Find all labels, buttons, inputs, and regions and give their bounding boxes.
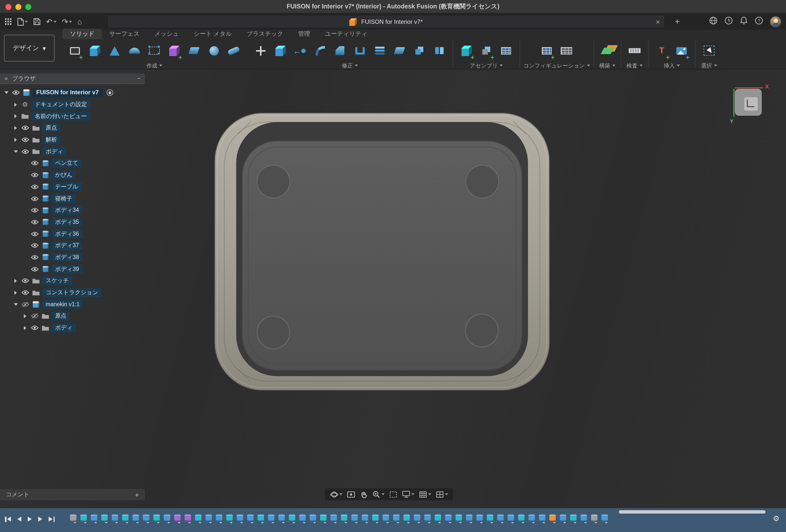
tree-item-label[interactable]: ボディ38 (52, 253, 83, 262)
timeline-feature[interactable] (351, 515, 358, 524)
save-button[interactable] (33, 18, 41, 25)
undo-button[interactable]: ↶ (46, 18, 56, 25)
visibility-eye-icon[interactable] (11, 90, 20, 95)
disclosure-arrow-icon[interactable] (22, 326, 28, 330)
tree-row-root[interactable]: ⚙ FUISON for Interior v7 (0, 87, 145, 98)
timeline-feature[interactable] (465, 515, 473, 524)
timeline-feature[interactable] (226, 515, 233, 524)
timeline-feature[interactable] (434, 515, 442, 524)
close-tab-button[interactable]: × (656, 17, 660, 27)
view-cube[interactable]: X Y (729, 83, 776, 128)
bom-list-button[interactable] (496, 39, 516, 62)
insert-group-label[interactable]: 挿入 (664, 62, 679, 69)
timeline-feature[interactable] (90, 515, 98, 524)
fit-view-button[interactable] (389, 490, 397, 498)
timeline-feature[interactable] (320, 515, 327, 524)
tree-item-label[interactable]: 解析 (42, 135, 61, 144)
timeline-feature[interactable] (393, 515, 400, 524)
tree-row-analysis[interactable]: ⚙ 解析 (0, 134, 145, 146)
tree-item-label[interactable]: ボディ35 (52, 217, 83, 227)
tab-manage[interactable]: 管理 (291, 29, 318, 39)
timeline-feature[interactable] (132, 515, 139, 524)
tree-row-table[interactable]: ⚙ テーブル (0, 181, 145, 192)
minimize-panel-icon[interactable]: − (137, 75, 140, 82)
tree-item-label[interactable]: ボディ36 (52, 229, 83, 238)
timeline-feature[interactable] (153, 515, 160, 524)
mirror-button[interactable] (429, 39, 449, 62)
revolve-button[interactable] (204, 39, 224, 62)
timeline-feature[interactable] (121, 515, 129, 524)
data-panel-grid-button[interactable] (5, 18, 11, 25)
tab-utilities[interactable]: ユーティリティ (318, 29, 375, 39)
timeline-feature[interactable] (80, 515, 87, 524)
tree-item-label[interactable]: FUISON for Interior v7 (33, 88, 102, 97)
tree-row-manekin-origin[interactable]: ⚙ 原点 (0, 310, 145, 322)
tree-row-body35[interactable]: ⚙ ボディ35 (0, 216, 145, 228)
fillet-button[interactable] (310, 39, 330, 62)
timeline-feature[interactable] (580, 515, 587, 524)
comment-bar[interactable]: コメント + (0, 488, 145, 500)
timeline-feature[interactable] (247, 515, 254, 524)
home-view-button[interactable]: ⌂ (77, 18, 82, 25)
new-component-button[interactable]: + (457, 39, 476, 62)
visibility-eye-icon[interactable] (30, 325, 39, 330)
tree-item-label[interactable]: 寝椅子 (52, 194, 76, 203)
timeline-feature[interactable] (340, 515, 348, 524)
select-button[interactable] (699, 39, 719, 62)
tree-row-document-settings[interactable]: ⚙ ドキュメントの設定 (0, 98, 145, 110)
grid-snaps-button[interactable] (419, 490, 431, 498)
timeline-step-back-button[interactable] (17, 517, 21, 522)
tab-solid[interactable]: ソリッド (63, 29, 102, 39)
timeline-feature[interactable] (601, 515, 608, 524)
job-status-button[interactable] (724, 16, 733, 27)
tree-item-label[interactable]: ペン立て (52, 159, 82, 168)
timeline-scrollbar[interactable] (618, 510, 766, 514)
disclosure-arrow-icon[interactable] (13, 279, 19, 283)
tree-row-pen-stand[interactable]: ⚙ ペン立て (0, 157, 145, 169)
add-comment-button[interactable]: + (135, 490, 139, 499)
help-button[interactable]: ? (755, 16, 763, 27)
visibility-eye-icon[interactable] (21, 149, 30, 154)
tree-row-vase[interactable]: ⚙ かびん (0, 169, 145, 181)
sphere-button[interactable] (124, 39, 144, 62)
pipe-button[interactable] (224, 39, 244, 62)
file-menu-button[interactable] (17, 18, 28, 26)
timeline-feature[interactable] (382, 515, 390, 524)
activate-component-radio[interactable] (107, 90, 113, 96)
tree-item-label[interactable]: コンストラクション (42, 288, 102, 297)
pan-button[interactable] (360, 490, 368, 499)
visibility-eye-icon[interactable] (30, 172, 39, 178)
timeline-feature[interactable] (455, 515, 462, 524)
tree-item-label[interactable]: 原点 (52, 311, 70, 321)
tree-item-label[interactable]: 原点 (42, 123, 61, 133)
visibility-eye-icon[interactable] (30, 196, 39, 201)
disclosure-arrow-icon[interactable] (3, 92, 9, 94)
tree-row-named-views[interactable]: ⚙ 名前の付いたビュー (0, 110, 145, 122)
construct-plane-button[interactable] (597, 39, 617, 62)
visibility-eye-icon[interactable] (30, 184, 39, 190)
tree-item-label[interactable]: ボディ37 (52, 241, 83, 250)
visibility-eye-icon[interactable] (30, 314, 39, 319)
press-pull-button[interactable] (271, 39, 290, 62)
timeline-feature[interactable] (476, 515, 483, 524)
orbit-button[interactable] (330, 490, 342, 499)
timeline-feature[interactable] (215, 515, 223, 524)
zoom-button[interactable] (372, 490, 385, 499)
workspace-selector[interactable]: デザイン ▾ (4, 35, 54, 62)
timeline-go-to-end-button[interactable] (49, 516, 54, 522)
timeline-feature[interactable] (361, 515, 369, 524)
visibility-eye-icon[interactable] (21, 125, 30, 131)
tree-item-label[interactable]: ドキュメントの設定 (31, 100, 91, 109)
timeline-feature[interactable] (101, 515, 108, 524)
timeline-feature[interactable] (372, 515, 379, 524)
extension-globe-button[interactable] (709, 16, 718, 27)
configure-button[interactable]: + (537, 39, 557, 62)
timeline-feature[interactable] (174, 515, 181, 524)
timeline-feature[interactable] (309, 515, 317, 524)
timeline-step-forward-button[interactable] (38, 517, 42, 522)
split-body-button[interactable] (390, 39, 409, 62)
cylinder-button[interactable] (105, 39, 124, 62)
disclosure-arrow-icon[interactable] (13, 102, 19, 107)
disclosure-arrow-icon[interactable] (22, 314, 28, 318)
timeline-feature[interactable] (142, 515, 150, 524)
